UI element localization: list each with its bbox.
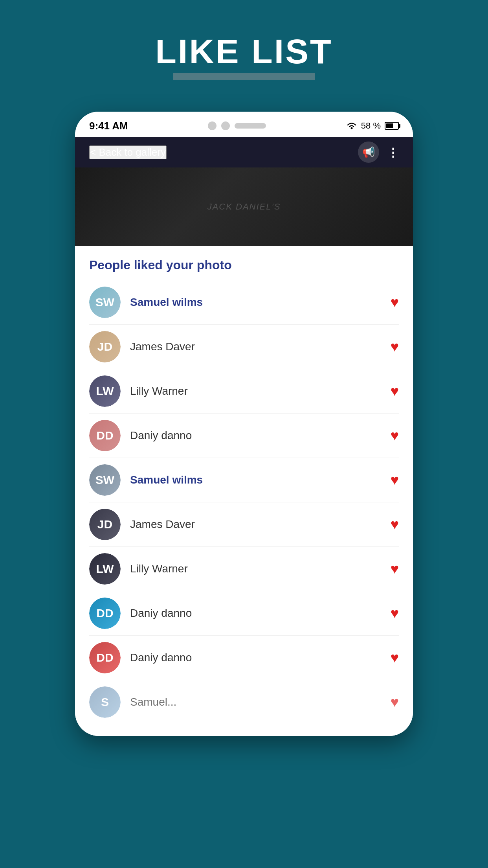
avatar: SW [89,464,121,496]
back-to-gallery-button[interactable]: < Back to gallery [89,145,167,159]
list-item[interactable]: LW Lilly Warner ♥ [89,547,399,591]
status-time: 9:41 AM [89,120,128,132]
user-name: Lilly Warner [130,563,391,575]
photo-preview: JACK DANIEL'S [75,167,413,246]
list-item[interactable]: DD Daniy danno ♥ [89,591,399,636]
notch-circle-1 [208,121,216,130]
list-item[interactable]: SW Samuel wilms ♥ [89,458,399,502]
heart-icon[interactable]: ♥ [391,694,399,710]
like-list: SW Samuel wilms ♥ JD James Daver ♥ LW Li… [89,280,399,724]
avatar: LW [89,375,121,407]
more-options-button[interactable]: ⋮ [387,145,399,159]
user-name: Samuel... [130,696,391,708]
avatar-placeholder: DD [89,420,121,451]
heart-icon[interactable]: ♥ [391,561,399,577]
avatar: DD [89,598,121,629]
battery-percent: 58 % [361,121,381,131]
photo-watermark: JACK DANIEL'S [207,202,281,212]
avatar-placeholder: DD [89,598,121,629]
user-name: Daniy danno [130,429,391,442]
nav-actions: 📢 ⋮ [358,142,399,163]
avatar: LW [89,553,121,585]
status-bar: 9:41 AM 58 % [75,112,413,137]
avatar: S [89,686,121,718]
photo-inner: JACK DANIEL'S [75,167,413,246]
phone-frame: 9:41 AM 58 % < Back to gallery 📢 [75,112,413,736]
page-title: LIKE LIST [155,31,333,72]
user-name: Samuel wilms [130,474,391,486]
list-item[interactable]: JD James Daver ♥ [89,325,399,369]
avatar-placeholder: S [89,686,121,718]
avatar-placeholder: LW [89,375,121,407]
battery-icon [385,122,399,130]
user-name: Daniy danno [130,607,391,620]
notch-bar [235,123,266,129]
list-item[interactable]: JD James Daver ♥ [89,502,399,547]
user-name: James Daver [130,518,391,531]
avatar-placeholder: SW [89,287,121,318]
status-notch [208,121,266,130]
avatar: SW [89,287,121,318]
avatar: JD [89,331,121,362]
heart-icon[interactable]: ♥ [391,472,399,488]
avatar-placeholder: SW [89,464,121,496]
list-item[interactable]: DD Daniy danno ♥ [89,414,399,458]
user-name: Lilly Warner [130,385,391,397]
heart-icon[interactable]: ♥ [391,383,399,399]
avatar: JD [89,509,121,540]
avatar-placeholder: DD [89,642,121,673]
svg-point-0 [350,127,352,129]
content-area: People liked your photo SW Samuel wilms … [75,246,413,736]
title-underline [173,73,315,80]
heart-icon[interactable]: ♥ [391,605,399,622]
battery-fill [386,123,393,128]
list-item[interactable]: DD Daniy danno ♥ [89,636,399,680]
user-name: James Daver [130,340,391,353]
list-item[interactable]: SW Samuel wilms ♥ [89,280,399,325]
avatar: DD [89,642,121,673]
megaphone-button[interactable]: 📢 [358,142,379,163]
avatar-placeholder: JD [89,509,121,540]
user-name: Samuel wilms [130,296,391,309]
heart-icon[interactable]: ♥ [391,516,399,533]
avatar: DD [89,420,121,451]
avatar-placeholder: LW [89,553,121,585]
heart-icon[interactable]: ♥ [391,427,399,444]
status-right: 58 % [346,121,399,131]
wifi-icon [346,122,357,130]
avatar-placeholder: JD [89,331,121,362]
section-title: People liked your photo [89,258,399,272]
list-item[interactable]: S Samuel... ♥ [89,680,399,724]
megaphone-icon: 📢 [362,146,375,158]
list-item[interactable]: LW Lilly Warner ♥ [89,369,399,414]
heart-icon[interactable]: ♥ [391,294,399,311]
user-name: Daniy danno [130,651,391,664]
nav-bar: < Back to gallery 📢 ⋮ [75,137,413,167]
notch-circle-2 [221,121,230,130]
heart-icon[interactable]: ♥ [391,649,399,666]
heart-icon[interactable]: ♥ [391,338,399,355]
